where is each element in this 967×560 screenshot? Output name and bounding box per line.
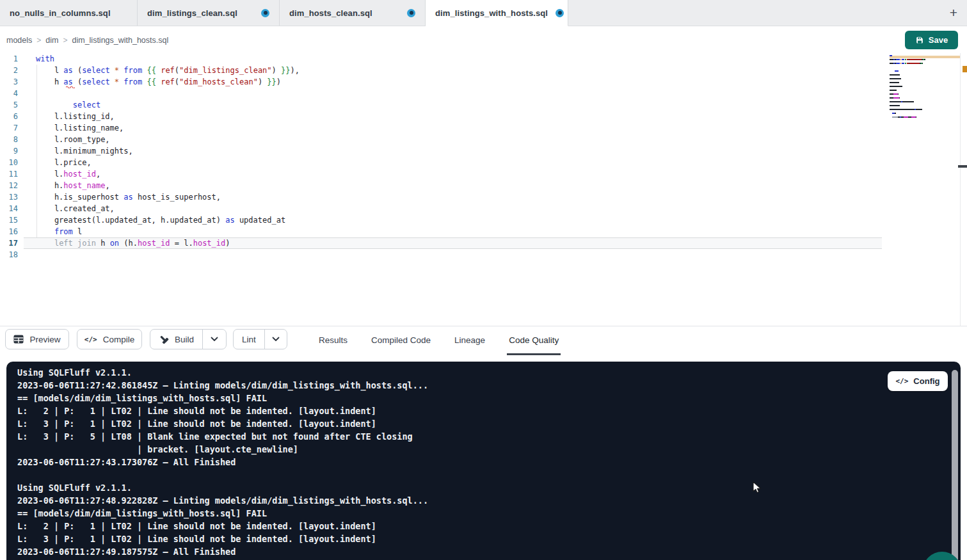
chevron-down-icon [272,337,280,342]
code-line[interactable]: from l [36,226,300,237]
editor-tab-bar: no_nulls_in_columns.sql dim_listings_cle… [0,0,967,26]
unsaved-changes-icon[interactable] [407,9,415,17]
terminal-line: 2023-06-06T11:27:49.187575Z — All Finish… [17,545,428,558]
line-number: 1 [0,53,18,65]
tab-label: no_nulls_in_columns.sql [10,8,111,18]
bottom-panel-toolbar: Preview </> Compile Build [0,326,967,356]
breadcrumb-item-dim[interactable]: dim [45,36,58,45]
tab-dim-listings-with-hosts[interactable]: dim_listings_with_hosts.sql [426,0,568,26]
lint-button[interactable]: Lint [234,330,264,349]
config-label: Config [913,376,939,386]
terminal-line: 2023-06-06T11:27:48.922828Z — Linting mo… [17,494,428,507]
terminal-line: L: 3 | P: 1 | LT02 | Line should not be … [17,417,428,430]
code-line[interactable]: h.host_name, [36,180,300,191]
line-number: 9 [0,145,18,157]
code-brackets-icon: </> [895,377,908,385]
line-number: 13 [0,191,18,203]
tab-label: Code Quality [509,335,559,345]
line-number: 18 [0,249,18,260]
line-number: 17 [0,237,18,249]
preview-button[interactable]: Preview [5,329,69,349]
tab-label: Lineage [454,335,485,345]
line-number: 8 [0,134,18,145]
code-line[interactable]: l.minimum_nights, [36,145,300,157]
tab-label: dim_hosts_clean.sql [289,8,372,18]
minimap[interactable] [890,55,939,124]
line-number-gutter: 123456789101112131415161718 [0,53,18,260]
breadcrumb-item-file: dim_listings_with_hosts.sql [72,36,168,45]
compile-label: Compile [103,335,135,344]
code-content[interactable]: with l as (select * from {{ ref("dim_lis… [36,53,300,260]
code-line[interactable]: l.host_id, [36,168,300,180]
terminal-line: L: 2 | P: 1 | LT02 | Line should not be … [17,404,428,417]
code-line[interactable]: l.room_type, [36,134,300,145]
line-number: 16 [0,226,18,237]
code-line[interactable]: left join h on (h.host_id = l.host_id) [36,237,300,249]
code-line[interactable]: l as (select * from {{ ref("dim_listings… [36,65,300,76]
line-number: 3 [0,76,18,88]
line-number: 4 [0,88,18,99]
mouse-cursor [753,481,762,493]
code-line[interactable]: select [36,99,300,111]
line-number: 2 [0,65,18,76]
save-label: Save [929,35,948,45]
code-line[interactable]: greatest(l.updated_at, h.updated_at) as … [36,214,300,226]
code-line[interactable] [36,88,300,99]
code-line[interactable]: l.created_at, [36,203,300,214]
chevron-right-icon: > [58,36,72,45]
tab-results[interactable]: Results [317,326,349,355]
unsaved-changes-icon[interactable] [555,9,564,17]
terminal-line: Using SQLFluff v2.1.1. [17,366,428,379]
dbt-ide-window: no_nulls_in_columns.sql dim_listings_cle… [0,0,967,560]
tab-dim-listings-clean[interactable]: dim_listings_clean.sql [138,0,280,26]
code-line[interactable]: l.listing_name, [36,122,300,134]
build-dropdown-button[interactable] [202,330,226,349]
code-line[interactable]: with [36,53,300,65]
terminal-line: Using SQLFluff v2.1.1. [17,481,428,494]
terminal-line: L: 2 | P: 1 | LT02 | Line should not be … [17,520,428,532]
code-brackets-icon: </> [84,335,97,344]
new-tab-button[interactable]: + [944,3,963,22]
preview-label: Preview [29,335,60,344]
code-line[interactable]: h.is_superhost as host_is_superhost, [36,191,300,203]
tab-label: dim_listings_with_hosts.sql [435,8,548,18]
tab-code-quality[interactable]: Code Quality [507,326,561,355]
tab-compiled-code[interactable]: Compiled Code [369,326,433,355]
lint-button-group: Lint [233,329,287,349]
line-number: 7 [0,122,18,134]
tab-no-nulls-in-columns[interactable]: no_nulls_in_columns.sql [0,0,138,26]
compile-button[interactable]: </> Compile [77,329,142,349]
code-line[interactable] [36,249,300,260]
tab-lineage[interactable]: Lineage [452,326,487,355]
lint-label: Lint [242,335,256,344]
terminal-log: Using SQLFluff v2.1.1.2023-06-06T11:27:4… [17,366,428,558]
line-number: 14 [0,203,18,214]
code-line[interactable]: l.listing_id, [36,111,300,122]
unsaved-changes-icon[interactable] [261,9,269,17]
tab-dim-hosts-clean[interactable]: dim_hosts_clean.sql [280,0,426,26]
lint-dropdown-button[interactable] [264,330,287,349]
save-floppy-icon [915,36,924,45]
build-button[interactable]: Build [150,330,202,349]
panel-tabs: Results Compiled Code Lineage Code Quali… [317,326,561,356]
lint-output-terminal[interactable]: Using SQLFluff v2.1.1.2023-06-06T11:27:4… [6,362,961,560]
line-number: 5 [0,99,18,111]
overview-ruler-position-marker[interactable] [958,165,967,168]
code-line[interactable]: l.price, [36,157,300,168]
save-button[interactable]: Save [905,31,958,49]
line-number: 10 [0,157,18,168]
tab-label: dim_listings_clean.sql [147,8,237,18]
breadcrumb-item-models[interactable]: models [6,36,32,45]
terminal-scrollbar-thumb[interactable] [952,370,958,560]
hammer-icon [159,334,169,344]
code-line[interactable]: h as (select * from {{ ref("dim_hosts_cl… [36,76,300,88]
preview-table-icon [13,335,24,344]
file-header-row: models > dim > dim_listings_with_hosts.s… [0,26,967,54]
breadcrumb: models > dim > dim_listings_with_hosts.s… [6,26,168,54]
tab-bar-filler: + [568,0,967,26]
config-button[interactable]: </> Config [888,371,948,391]
line-number: 6 [0,111,18,122]
line-number: 11 [0,168,18,180]
terminal-line [17,468,428,481]
sql-code-editor[interactable]: 123456789101112131415161718 with l as (s… [0,53,967,326]
